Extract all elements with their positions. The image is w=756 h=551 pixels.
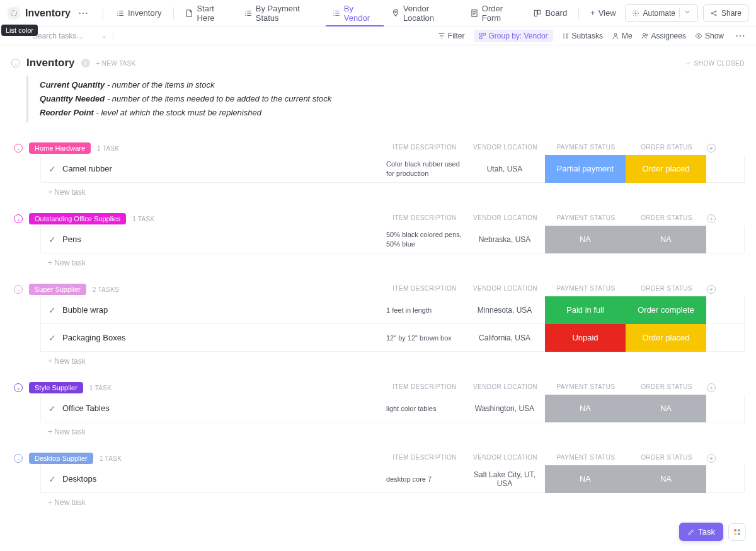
new-task-fab[interactable]: Task [679,523,723,541]
task-row[interactable]: ✓Packaging Boxes12" by 12" brown boxCali… [40,324,745,352]
col-header-location[interactable]: VENDOR LOCATION [465,214,546,223]
new-task-button[interactable]: + New task [26,352,745,366]
subtasks-button[interactable]: Subtasks [562,32,603,40]
col-header-location[interactable]: VENDOR LOCATION [465,285,546,294]
task-row[interactable]: ✓Camel rubberColor black rubber used for… [40,155,745,183]
col-header-description[interactable]: ITEM DESCRIPTION [384,285,465,294]
payment-status-cell[interactable]: Unpaid [545,324,626,351]
payment-status-cell[interactable]: NA [545,395,626,422]
collapse-group-button[interactable]: ⌄ [14,214,23,223]
me-button[interactable]: Me [612,32,633,40]
vendor-location-cell[interactable]: Nebraska, USA [464,226,545,253]
group-by-button[interactable]: Group by: Vendor [474,30,553,42]
collapse-group-button[interactable]: ⌄ [14,454,23,463]
check-icon[interactable]: ✓ [49,333,56,343]
collapse-all-button[interactable]: ⌄ [11,59,20,67]
item-description-cell[interactable]: light color tables [384,395,464,422]
item-description-cell[interactable]: 50% black colored pens, 50% blue [384,226,464,253]
app-launcher-button[interactable] [728,523,746,541]
search-area[interactable]: Search tasks… ⌄ [8,32,438,40]
task-row[interactable]: ✓Office Tableslight color tablesWashingt… [40,395,745,422]
payment-status-cell[interactable]: Paid in full [545,296,626,323]
add-column-button[interactable]: + [707,285,716,294]
item-description-cell[interactable]: desktop core 7 [384,465,464,492]
tab-by-payment-status[interactable]: By Payment Status [238,1,324,26]
tab-inventory[interactable]: Inventory [110,1,168,26]
order-status-cell[interactable]: Order placed [626,155,706,182]
new-task-button[interactable]: + New task [26,253,745,267]
vendor-location-cell[interactable]: Salt Lake City, UT, USA [464,465,545,492]
collapse-group-button[interactable]: ⌄ [14,383,23,392]
new-task-top-button[interactable]: + NEW TASK [96,60,136,67]
item-description-cell[interactable]: 1 feet in length [384,296,464,323]
col-header-description[interactable]: ITEM DESCRIPTION [384,454,465,463]
vendor-location-cell[interactable]: Minnesota, USA [464,296,545,323]
tab-by-vendor[interactable]: By Vendor [326,1,384,26]
order-status-cell[interactable]: NA [626,226,706,253]
show-closed-button[interactable]: SHOW CLOSED [685,60,745,67]
col-header-payment[interactable]: PAYMENT STATUS [546,214,626,223]
new-task-button[interactable]: + New task [26,493,745,507]
add-column-button[interactable]: + [707,383,716,392]
tab-order-form[interactable]: Order Form [464,1,526,26]
col-header-description[interactable]: ITEM DESCRIPTION [384,383,465,392]
automate-dropdown[interactable] [679,8,695,18]
collapse-group-button[interactable]: ⌄ [14,144,23,153]
tab-start-here[interactable]: Start Here [178,1,236,26]
vendor-location-cell[interactable]: California, USA [464,324,545,351]
order-status-cell[interactable]: NA [626,395,706,422]
share-button[interactable]: Share [703,4,748,22]
add-view-button[interactable]: +View [584,1,622,26]
vendor-location-cell[interactable]: Washington, USA [464,395,545,422]
col-header-location[interactable]: VENDOR LOCATION [465,144,546,153]
show-button[interactable]: Show [695,32,724,40]
vendor-pill[interactable]: Super Supplier [29,284,86,295]
more-options-button[interactable]: ⋯ [76,7,91,19]
new-task-button[interactable]: + New task [26,183,745,197]
new-task-button[interactable]: + New task [26,422,745,436]
add-column-button[interactable]: + [707,214,716,223]
check-icon[interactable]: ✓ [49,305,56,315]
col-header-order[interactable]: ORDER STATUS [626,214,707,223]
col-header-order[interactable]: ORDER STATUS [626,383,707,392]
filter-button[interactable]: Filter [438,32,465,40]
payment-status-cell[interactable]: NA [545,465,626,492]
item-description-cell[interactable]: 12" by 12" brown box [384,324,464,351]
tab-board[interactable]: Board [527,1,573,26]
col-header-order[interactable]: ORDER STATUS [626,144,707,153]
col-header-order[interactable]: ORDER STATUS [626,454,707,463]
list-color-button[interactable] [8,7,20,20]
order-status-cell[interactable]: Order placed [626,324,706,351]
order-status-cell[interactable]: NA [626,465,706,492]
col-header-description[interactable]: ITEM DESCRIPTION [384,144,465,153]
col-header-payment[interactable]: PAYMENT STATUS [546,383,626,392]
col-header-location[interactable]: VENDOR LOCATION [465,383,546,392]
col-header-payment[interactable]: PAYMENT STATUS [546,285,626,294]
task-row[interactable]: ✓Bubble wrap1 feet in lengthMinnesota, U… [40,296,745,324]
automate-button[interactable]: Automate [625,4,698,22]
vendor-location-cell[interactable]: Utah, USA [464,155,545,182]
add-column-button[interactable]: + [707,454,716,463]
task-row[interactable]: ✓Desktopsdesktop core 7Salt Lake City, U… [40,465,745,493]
tab-vendor-location[interactable]: Vendor Location [385,1,462,26]
item-description-cell[interactable]: Color black rubber used for production [384,155,464,182]
order-status-cell[interactable]: Order complete [626,296,706,323]
vendor-pill[interactable]: Outstanding Office Supplies [29,213,126,224]
search-dropdown[interactable]: ⌄ [101,32,113,39]
toolbar-more-button[interactable]: ⋯ [733,30,748,42]
info-icon[interactable]: i [81,59,90,67]
assignees-button[interactable]: Assignees [641,32,686,40]
col-header-location[interactable]: VENDOR LOCATION [465,454,546,463]
col-header-payment[interactable]: PAYMENT STATUS [546,144,626,153]
col-header-description[interactable]: ITEM DESCRIPTION [384,214,465,223]
col-header-payment[interactable]: PAYMENT STATUS [546,454,626,463]
vendor-pill[interactable]: Desktop Supplier [29,453,93,464]
add-column-button[interactable]: + [707,144,716,153]
check-icon[interactable]: ✓ [49,474,56,484]
check-icon[interactable]: ✓ [49,235,56,245]
task-row[interactable]: ✓Pens50% black colored pens, 50% blueNeb… [40,226,745,253]
payment-status-cell[interactable]: Partial payment [545,155,626,182]
vendor-pill[interactable]: Style Supplier [29,382,83,393]
payment-status-cell[interactable]: NA [545,226,626,253]
col-header-order[interactable]: ORDER STATUS [626,285,707,294]
